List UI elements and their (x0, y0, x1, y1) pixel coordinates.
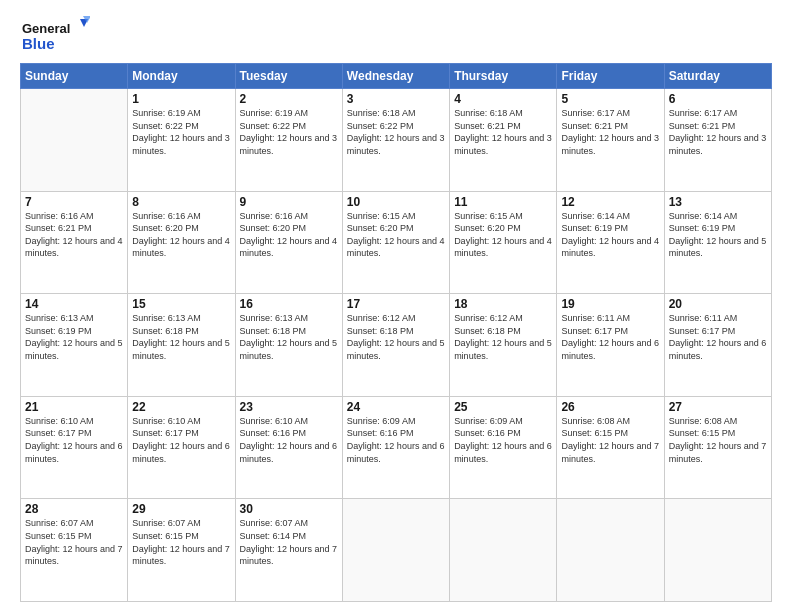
calendar-cell: 24 Sunrise: 6:09 AMSunset: 6:16 PMDaylig… (342, 396, 449, 499)
day-info: Sunrise: 6:19 AMSunset: 6:22 PMDaylight:… (240, 108, 338, 156)
calendar-cell: 23 Sunrise: 6:10 AMSunset: 6:16 PMDaylig… (235, 396, 342, 499)
calendar-cell: 4 Sunrise: 6:18 AMSunset: 6:21 PMDayligh… (450, 89, 557, 192)
day-info: Sunrise: 6:11 AMSunset: 6:17 PMDaylight:… (561, 313, 659, 361)
day-number: 30 (240, 502, 338, 516)
day-number: 8 (132, 195, 230, 209)
calendar-cell: 30 Sunrise: 6:07 AMSunset: 6:14 PMDaylig… (235, 499, 342, 602)
day-number: 17 (347, 297, 445, 311)
calendar-cell: 16 Sunrise: 6:13 AMSunset: 6:18 PMDaylig… (235, 294, 342, 397)
day-number: 2 (240, 92, 338, 106)
weekday-monday: Monday (128, 64, 235, 89)
calendar-week-row: 1 Sunrise: 6:19 AMSunset: 6:22 PMDayligh… (21, 89, 772, 192)
calendar-cell: 2 Sunrise: 6:19 AMSunset: 6:22 PMDayligh… (235, 89, 342, 192)
calendar-cell: 28 Sunrise: 6:07 AMSunset: 6:15 PMDaylig… (21, 499, 128, 602)
calendar-cell: 10 Sunrise: 6:15 AMSunset: 6:20 PMDaylig… (342, 191, 449, 294)
day-info: Sunrise: 6:09 AMSunset: 6:16 PMDaylight:… (347, 416, 445, 464)
day-info: Sunrise: 6:08 AMSunset: 6:15 PMDaylight:… (669, 416, 767, 464)
weekday-sunday: Sunday (21, 64, 128, 89)
day-info: Sunrise: 6:07 AMSunset: 6:15 PMDaylight:… (25, 518, 123, 566)
day-number: 18 (454, 297, 552, 311)
day-number: 15 (132, 297, 230, 311)
calendar-header: Sunday Monday Tuesday Wednesday Thursday… (21, 64, 772, 89)
day-number: 28 (25, 502, 123, 516)
day-number: 7 (25, 195, 123, 209)
day-info: Sunrise: 6:08 AMSunset: 6:15 PMDaylight:… (561, 416, 659, 464)
day-info: Sunrise: 6:07 AMSunset: 6:14 PMDaylight:… (240, 518, 338, 566)
day-info: Sunrise: 6:12 AMSunset: 6:18 PMDaylight:… (347, 313, 445, 361)
weekday-saturday: Saturday (664, 64, 771, 89)
weekday-tuesday: Tuesday (235, 64, 342, 89)
day-number: 16 (240, 297, 338, 311)
day-info: Sunrise: 6:13 AMSunset: 6:18 PMDaylight:… (240, 313, 338, 361)
day-info: Sunrise: 6:10 AMSunset: 6:16 PMDaylight:… (240, 416, 338, 464)
day-number: 23 (240, 400, 338, 414)
day-number: 6 (669, 92, 767, 106)
calendar-cell (21, 89, 128, 192)
calendar-cell: 13 Sunrise: 6:14 AMSunset: 6:19 PMDaylig… (664, 191, 771, 294)
day-number: 21 (25, 400, 123, 414)
calendar-cell (342, 499, 449, 602)
calendar-cell: 29 Sunrise: 6:07 AMSunset: 6:15 PMDaylig… (128, 499, 235, 602)
day-info: Sunrise: 6:11 AMSunset: 6:17 PMDaylight:… (669, 313, 767, 361)
day-number: 13 (669, 195, 767, 209)
calendar-cell: 19 Sunrise: 6:11 AMSunset: 6:17 PMDaylig… (557, 294, 664, 397)
calendar-week-row: 14 Sunrise: 6:13 AMSunset: 6:19 PMDaylig… (21, 294, 772, 397)
calendar-cell: 7 Sunrise: 6:16 AMSunset: 6:21 PMDayligh… (21, 191, 128, 294)
day-info: Sunrise: 6:13 AMSunset: 6:18 PMDaylight:… (132, 313, 230, 361)
calendar-table: Sunday Monday Tuesday Wednesday Thursday… (20, 63, 772, 602)
day-info: Sunrise: 6:19 AMSunset: 6:22 PMDaylight:… (132, 108, 230, 156)
weekday-friday: Friday (557, 64, 664, 89)
day-number: 1 (132, 92, 230, 106)
day-info: Sunrise: 6:18 AMSunset: 6:22 PMDaylight:… (347, 108, 445, 156)
day-info: Sunrise: 6:17 AMSunset: 6:21 PMDaylight:… (669, 108, 767, 156)
weekday-thursday: Thursday (450, 64, 557, 89)
day-number: 12 (561, 195, 659, 209)
calendar-cell: 6 Sunrise: 6:17 AMSunset: 6:21 PMDayligh… (664, 89, 771, 192)
calendar-cell: 5 Sunrise: 6:17 AMSunset: 6:21 PMDayligh… (557, 89, 664, 192)
calendar-page: General Blue Sunday Monday Tuesday Wedne… (0, 0, 792, 612)
calendar-cell: 1 Sunrise: 6:19 AMSunset: 6:22 PMDayligh… (128, 89, 235, 192)
calendar-cell: 22 Sunrise: 6:10 AMSunset: 6:17 PMDaylig… (128, 396, 235, 499)
day-number: 5 (561, 92, 659, 106)
day-info: Sunrise: 6:15 AMSunset: 6:20 PMDaylight:… (454, 211, 552, 259)
calendar-cell (450, 499, 557, 602)
calendar-cell: 3 Sunrise: 6:18 AMSunset: 6:22 PMDayligh… (342, 89, 449, 192)
day-number: 29 (132, 502, 230, 516)
calendar-body: 1 Sunrise: 6:19 AMSunset: 6:22 PMDayligh… (21, 89, 772, 602)
day-info: Sunrise: 6:14 AMSunset: 6:19 PMDaylight:… (669, 211, 767, 259)
day-number: 3 (347, 92, 445, 106)
calendar-cell: 15 Sunrise: 6:13 AMSunset: 6:18 PMDaylig… (128, 294, 235, 397)
day-number: 4 (454, 92, 552, 106)
weekday-header-row: Sunday Monday Tuesday Wednesday Thursday… (21, 64, 772, 89)
day-number: 14 (25, 297, 123, 311)
day-info: Sunrise: 6:15 AMSunset: 6:20 PMDaylight:… (347, 211, 445, 259)
calendar-cell: 27 Sunrise: 6:08 AMSunset: 6:15 PMDaylig… (664, 396, 771, 499)
day-info: Sunrise: 6:18 AMSunset: 6:21 PMDaylight:… (454, 108, 552, 156)
calendar-week-row: 21 Sunrise: 6:10 AMSunset: 6:17 PMDaylig… (21, 396, 772, 499)
calendar-week-row: 28 Sunrise: 6:07 AMSunset: 6:15 PMDaylig… (21, 499, 772, 602)
svg-text:Blue: Blue (22, 35, 55, 52)
day-info: Sunrise: 6:14 AMSunset: 6:19 PMDaylight:… (561, 211, 659, 259)
calendar-cell (664, 499, 771, 602)
day-number: 24 (347, 400, 445, 414)
calendar-cell: 8 Sunrise: 6:16 AMSunset: 6:20 PMDayligh… (128, 191, 235, 294)
calendar-cell: 20 Sunrise: 6:11 AMSunset: 6:17 PMDaylig… (664, 294, 771, 397)
calendar-cell: 14 Sunrise: 6:13 AMSunset: 6:19 PMDaylig… (21, 294, 128, 397)
day-info: Sunrise: 6:12 AMSunset: 6:18 PMDaylight:… (454, 313, 552, 361)
header: General Blue (20, 15, 772, 55)
svg-text:General: General (22, 21, 70, 36)
day-number: 19 (561, 297, 659, 311)
calendar-cell: 26 Sunrise: 6:08 AMSunset: 6:15 PMDaylig… (557, 396, 664, 499)
calendar-cell (557, 499, 664, 602)
calendar-cell: 11 Sunrise: 6:15 AMSunset: 6:20 PMDaylig… (450, 191, 557, 294)
day-info: Sunrise: 6:10 AMSunset: 6:17 PMDaylight:… (25, 416, 123, 464)
day-info: Sunrise: 6:17 AMSunset: 6:21 PMDaylight:… (561, 108, 659, 156)
day-number: 26 (561, 400, 659, 414)
day-info: Sunrise: 6:16 AMSunset: 6:20 PMDaylight:… (132, 211, 230, 259)
day-number: 20 (669, 297, 767, 311)
calendar-cell: 17 Sunrise: 6:12 AMSunset: 6:18 PMDaylig… (342, 294, 449, 397)
calendar-cell: 12 Sunrise: 6:14 AMSunset: 6:19 PMDaylig… (557, 191, 664, 294)
day-number: 9 (240, 195, 338, 209)
day-number: 10 (347, 195, 445, 209)
day-number: 11 (454, 195, 552, 209)
